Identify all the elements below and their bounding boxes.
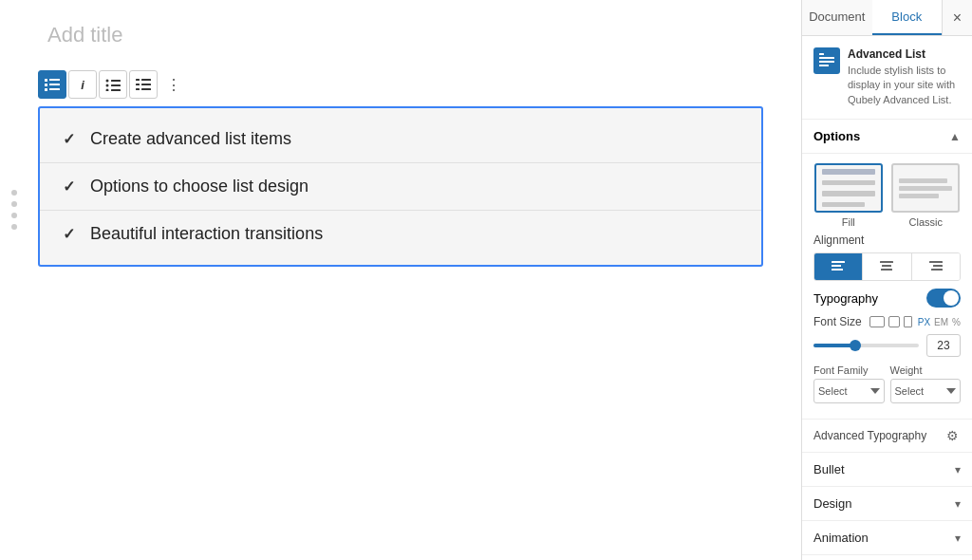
desktop-icon[interactable] <box>869 316 885 327</box>
svg-rect-21 <box>819 65 829 66</box>
handle-dot <box>11 213 17 218</box>
toolbar-ordered-button[interactable] <box>129 70 158 99</box>
font-size-row: Font Size PX EM % <box>813 315 961 328</box>
font-size-slider-row: 23 <box>813 334 961 357</box>
font-family-select[interactable]: Select <box>813 379 885 403</box>
svg-rect-1 <box>49 79 60 81</box>
svg-rect-24 <box>832 269 843 271</box>
classic-lines <box>899 178 952 198</box>
svg-rect-27 <box>881 269 892 271</box>
checkmark-icon: ✓ <box>63 130 75 148</box>
svg-rect-19 <box>819 57 834 59</box>
svg-rect-13 <box>141 79 151 81</box>
device-icons <box>869 316 912 327</box>
gear-icon[interactable]: ⚙ <box>944 427 961 444</box>
block-icon-inner <box>819 53 834 69</box>
block-info: Advanced List Include stylish lists to d… <box>802 36 972 120</box>
list-item-text: Create advanced list items <box>90 129 291 149</box>
interaction-section[interactable]: Interaction ▾ <box>802 555 972 560</box>
toolbar-more-button[interactable]: ⋮ <box>159 70 188 99</box>
tablet-icon[interactable] <box>888 316 900 327</box>
font-family-col: Font Family Select <box>813 364 885 403</box>
page-title-placeholder[interactable]: Add title <box>47 19 763 51</box>
list-block[interactable]: ✓ Create advanced list items ✓ Options t… <box>38 106 763 267</box>
font-size-value[interactable]: 23 <box>926 334 961 357</box>
svg-rect-28 <box>929 261 943 263</box>
svg-rect-12 <box>136 79 140 81</box>
typography-toggle[interactable] <box>926 289 961 308</box>
unit-percent[interactable]: % <box>952 317 961 327</box>
classic-label: Classic <box>909 216 943 228</box>
sidebar: Document Block × Advanced List Include s… <box>801 0 972 560</box>
animation-section[interactable]: Animation ▾ <box>802 521 972 555</box>
svg-rect-2 <box>45 84 47 86</box>
unit-options: PX EM % <box>918 317 961 327</box>
design-label: Design <box>813 496 851 511</box>
svg-rect-15 <box>141 84 151 85</box>
font-size-slider[interactable] <box>813 344 919 347</box>
unit-em[interactable]: EM <box>934 317 948 327</box>
svg-rect-26 <box>882 265 891 267</box>
toolbar-list-button[interactable] <box>38 70 66 99</box>
list-item: ✓ Options to choose list design <box>40 163 761 211</box>
close-button[interactable]: × <box>942 0 972 35</box>
toolbar-unordered-button[interactable] <box>99 70 127 99</box>
svg-rect-20 <box>819 61 834 63</box>
unit-px[interactable]: PX <box>918 317 930 327</box>
font-weight-select[interactable]: Select <box>890 379 962 403</box>
align-right-button[interactable] <box>912 253 960 280</box>
font-family-label: Font Family <box>813 364 885 376</box>
tab-document[interactable]: Document <box>802 0 872 35</box>
bullet-section[interactable]: Bullet ▾ <box>802 453 972 487</box>
align-left-button[interactable] <box>814 253 863 280</box>
block-info-text: Advanced List Include stylish lists to d… <box>848 47 961 107</box>
block-title: Advanced List <box>848 47 961 61</box>
svg-rect-14 <box>136 84 140 85</box>
bullet-chevron-icon: ▾ <box>955 463 961 476</box>
editor-area: Add title i <box>0 0 801 560</box>
svg-rect-18 <box>819 53 824 55</box>
block-description: Include stylish lists to display in your… <box>848 64 961 107</box>
handle-dot <box>11 190 17 196</box>
style-classic-option[interactable]: Classic <box>891 163 962 228</box>
list-item: ✓ Beautiful interaction transitions <box>40 211 761 257</box>
options-chevron-up-icon: ▲ <box>949 130 961 143</box>
svg-rect-0 <box>45 79 47 82</box>
svg-rect-25 <box>880 261 893 263</box>
typography-row: Typography <box>813 289 961 308</box>
mobile-icon[interactable] <box>904 316 912 327</box>
advanced-typography-label: Advanced Typography <box>813 429 926 442</box>
typography-label: Typography <box>813 291 878 306</box>
svg-rect-29 <box>933 265 943 267</box>
svg-rect-23 <box>832 265 841 267</box>
svg-rect-9 <box>111 84 121 86</box>
align-center-button[interactable] <box>863 253 911 280</box>
toolbar-italic-button[interactable]: i <box>68 70 97 99</box>
svg-rect-30 <box>931 269 943 271</box>
design-chevron-icon: ▾ <box>955 497 961 511</box>
slider-thumb[interactable] <box>850 340 861 351</box>
font-weight-col: Weight Select <box>890 364 962 403</box>
svg-rect-11 <box>111 89 121 91</box>
block-toolbar: i ⋮ <box>38 70 763 99</box>
options-section-header[interactable]: Options ▲ <box>802 120 972 154</box>
svg-point-10 <box>106 89 109 92</box>
style-fill-option[interactable]: Fill <box>813 163 884 228</box>
svg-point-8 <box>106 84 109 87</box>
tab-block[interactable]: Block <box>872 0 943 35</box>
options-section-content: Fill Classic Alignment <box>802 154 972 420</box>
list-item: ✓ Create advanced list items <box>40 116 761 163</box>
fill-label: Fill <box>842 216 855 228</box>
svg-rect-17 <box>141 88 151 90</box>
svg-rect-16 <box>136 88 140 90</box>
alignment-section: Alignment <box>813 233 961 281</box>
options-label: Options <box>813 129 860 143</box>
sidebar-scroll[interactable]: Advanced List Include stylish lists to d… <box>802 36 972 560</box>
design-section[interactable]: Design ▾ <box>802 487 972 521</box>
list-block-wrapper: ✓ Create advanced list items ✓ Options t… <box>38 106 763 267</box>
alignment-label: Alignment <box>813 233 961 247</box>
sidebar-tabs: Document Block × <box>802 0 972 36</box>
svg-rect-7 <box>111 80 121 82</box>
svg-rect-5 <box>49 88 60 90</box>
list-item-text: Beautiful interaction transitions <box>90 224 323 244</box>
